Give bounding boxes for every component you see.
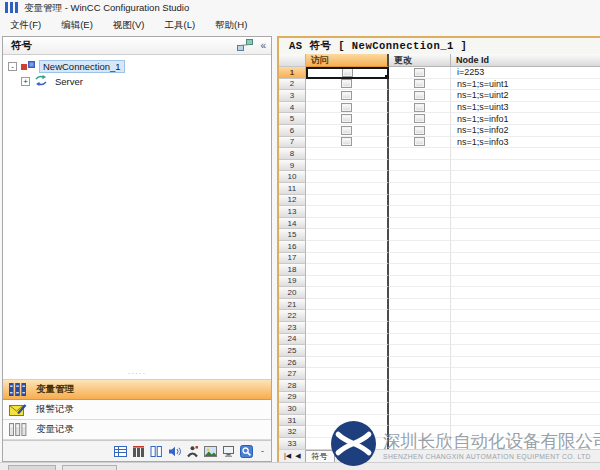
grid-icon[interactable] [114, 445, 127, 458]
change-cell[interactable] [389, 229, 451, 241]
change-cell[interactable] [389, 299, 451, 311]
access-checkbox[interactable] [341, 137, 352, 146]
change-cell[interactable] [389, 148, 451, 160]
row-number[interactable]: 20 [279, 287, 306, 299]
row-number[interactable]: 19 [279, 276, 306, 288]
user-admin-icon[interactable] [186, 445, 199, 458]
row-number[interactable]: 7 [279, 137, 306, 149]
change-cell[interactable] [389, 264, 451, 276]
access-cell[interactable] [306, 102, 389, 114]
navigator-item[interactable]: 变量管理 [3, 380, 271, 400]
row-number[interactable]: 27 [279, 368, 306, 380]
nodeid-cell[interactable]: i=2253 [451, 67, 600, 79]
access-cell[interactable] [306, 322, 389, 334]
access-checkbox[interactable] [342, 68, 353, 77]
change-cell[interactable] [389, 345, 451, 357]
change-cell[interactable] [389, 171, 451, 183]
row-number[interactable]: 16 [279, 241, 306, 253]
monitor-icon[interactable] [222, 445, 235, 458]
nodeid-cell[interactable] [451, 426, 600, 438]
nodeid-cell[interactable] [451, 206, 600, 218]
change-cell[interactable] [389, 438, 451, 449]
access-cell[interactable] [306, 218, 389, 230]
change-cell[interactable] [389, 276, 451, 288]
nodeid-cell[interactable]: ns=1;s=info2 [451, 125, 600, 137]
change-cell[interactable] [389, 195, 451, 207]
access-cell[interactable] [306, 334, 389, 346]
columns-icon[interactable] [150, 445, 163, 458]
change-cell[interactable] [389, 322, 451, 334]
row-number[interactable]: 4 [279, 102, 306, 114]
row-number[interactable]: 12 [279, 195, 306, 207]
row-number[interactable]: 8 [279, 148, 306, 160]
change-cell[interactable] [389, 392, 451, 404]
access-cell[interactable] [306, 79, 389, 91]
audio-icon[interactable] [168, 445, 181, 458]
nodeid-cell[interactable] [451, 241, 600, 253]
prev-sheet-button[interactable]: ◀ [295, 452, 300, 460]
change-cell[interactable] [389, 310, 451, 322]
access-checkbox[interactable] [341, 103, 352, 112]
nodeid-cell[interactable] [451, 171, 600, 183]
column-header-nodeid[interactable]: Node Id [451, 54, 600, 67]
menu-item[interactable]: 文件(F) [0, 17, 51, 34]
nodeid-cell[interactable] [451, 218, 600, 230]
change-cell[interactable] [389, 218, 451, 230]
row-number[interactable]: 22 [279, 310, 306, 322]
row-number[interactable]: 25 [279, 345, 306, 357]
row-number[interactable]: 31 [279, 415, 306, 427]
nodeid-cell[interactable] [451, 195, 600, 207]
column-header-change[interactable]: 更改 [389, 54, 451, 67]
row-number[interactable]: 23 [279, 322, 306, 334]
collapse-expander-icon[interactable]: - [8, 62, 17, 71]
access-cell[interactable] [306, 380, 389, 392]
access-cell[interactable] [306, 415, 389, 427]
row-number[interactable]: 33 [279, 438, 306, 449]
access-cell[interactable] [306, 125, 389, 137]
row-number[interactable]: 1 [279, 67, 306, 79]
access-cell[interactable] [306, 264, 389, 276]
nodeid-cell[interactable] [451, 345, 600, 357]
nodeid-cell[interactable] [451, 148, 600, 160]
access-cell[interactable] [306, 276, 389, 288]
nodeid-cell[interactable] [451, 403, 600, 415]
access-checkbox[interactable] [341, 79, 352, 88]
column-header-access[interactable]: 访问 [306, 54, 389, 67]
nodeid-cell[interactable] [451, 253, 600, 265]
nodeid-cell[interactable]: ns=1;s=uint3 [451, 102, 600, 114]
access-cell[interactable] [306, 206, 389, 218]
menu-item[interactable]: 编辑(E) [51, 17, 103, 34]
access-checkbox[interactable] [341, 91, 352, 100]
nodeid-cell[interactable]: ns=1;s=uint2 [451, 90, 600, 102]
change-checkbox[interactable] [414, 91, 425, 100]
row-number[interactable]: 32 [279, 426, 306, 438]
access-cell[interactable] [306, 148, 389, 160]
nodeid-cell[interactable] [451, 229, 600, 241]
row-number[interactable]: 14 [279, 218, 306, 230]
nodeid-cell[interactable] [451, 276, 600, 288]
change-cell[interactable] [389, 67, 451, 79]
row-number[interactable]: 24 [279, 334, 306, 346]
row-number[interactable]: 29 [279, 392, 306, 404]
change-cell[interactable] [389, 125, 451, 137]
access-cell[interactable] [306, 403, 389, 415]
menu-item[interactable]: 工具(L) [154, 17, 205, 34]
access-cell[interactable] [306, 310, 389, 322]
row-number[interactable]: 3 [279, 90, 306, 102]
access-cell[interactable] [306, 299, 389, 311]
access-cell[interactable] [306, 368, 389, 380]
nodeid-cell[interactable]: ns=1;s=info1 [451, 113, 600, 125]
grid-corner-cell[interactable] [279, 54, 306, 67]
change-cell[interactable] [389, 79, 451, 91]
change-cell[interactable] [389, 102, 451, 114]
nodeid-cell[interactable] [451, 392, 600, 404]
navigator-item[interactable]: 变量记录 [3, 420, 271, 440]
row-number[interactable]: 11 [279, 183, 306, 195]
change-cell[interactable] [389, 380, 451, 392]
nodeid-cell[interactable] [451, 334, 600, 346]
change-cell[interactable] [389, 206, 451, 218]
nodeid-cell[interactable] [451, 310, 600, 322]
change-checkbox[interactable] [414, 68, 425, 77]
change-cell[interactable] [389, 241, 451, 253]
change-cell[interactable] [389, 287, 451, 299]
